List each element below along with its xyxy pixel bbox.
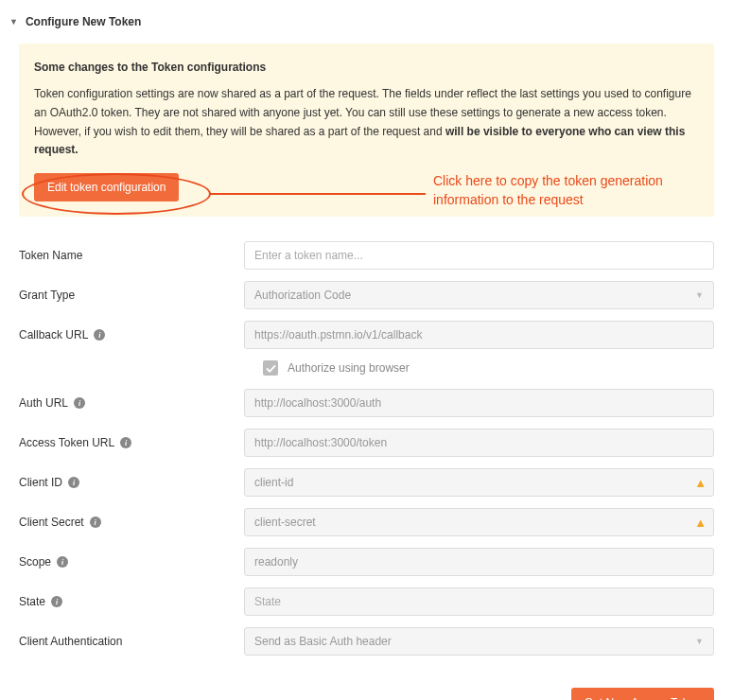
token-name-label: Token Name — [19, 249, 244, 262]
notice-body: Token configuration settings are now sha… — [34, 85, 699, 160]
annotation-text: Click here to copy the token generation … — [433, 172, 717, 209]
token-name-input[interactable] — [244, 241, 714, 270]
grant-type-label: Grant Type — [19, 289, 244, 302]
info-icon[interactable]: i — [94, 329, 105, 341]
get-new-access-token-button[interactable]: Get New Access Token — [571, 688, 714, 700]
annotation-line — [210, 193, 426, 195]
auth-url-label: Auth URL i — [19, 396, 244, 410]
footer-button-row: Get New Access Token — [0, 671, 733, 700]
access-token-url-label: Access Token URL i — [19, 436, 244, 449]
warning-icon: ▲ — [694, 476, 707, 490]
authorize-browser-row: Authorize using browser — [263, 360, 714, 376]
grant-type-value: Authorization Code — [254, 289, 351, 302]
client-id-input — [244, 468, 714, 497]
field-row-auth-url: Auth URL i — [19, 389, 714, 417]
info-icon[interactable]: i — [120, 437, 131, 448]
authorize-browser-label: Authorize using browser — [288, 361, 410, 375]
callback-url-label: Callback URL i — [19, 328, 244, 341]
collapse-triangle-icon: ▼ — [9, 17, 18, 26]
info-icon[interactable]: i — [74, 397, 85, 409]
state-input — [244, 587, 714, 616]
form-area: Token Name Grant Type Authorization Code… — [0, 226, 733, 671]
field-row-client-id: Client ID i ▲ — [19, 468, 714, 497]
field-row-client-secret: Client Secret i ▲ — [19, 508, 714, 536]
scope-input — [244, 548, 714, 576]
client-secret-input — [244, 508, 714, 536]
client-auth-select[interactable]: Send as Basic Auth header ▼ — [244, 627, 714, 656]
field-row-access-token-url: Access Token URL i — [19, 429, 714, 457]
chevron-down-icon: ▼ — [695, 290, 704, 300]
field-row-callback-url: Callback URL i — [19, 321, 714, 349]
field-row-token-name: Token Name — [19, 241, 714, 270]
check-icon — [266, 363, 276, 374]
info-icon[interactable]: i — [68, 477, 79, 488]
authorize-browser-checkbox[interactable] — [263, 360, 278, 376]
field-row-scope: Scope i — [19, 548, 714, 576]
field-row-grant-type: Grant Type Authorization Code ▼ — [19, 281, 714, 309]
section-header[interactable]: ▼ Configure New Token — [0, 9, 733, 34]
edit-token-config-button[interactable]: Edit token configuration — [34, 173, 179, 201]
section-title: Configure New Token — [26, 15, 141, 28]
info-icon[interactable]: i — [57, 556, 68, 568]
notice-box: Some changes to the Token configurations… — [19, 44, 714, 217]
chevron-down-icon: ▼ — [695, 637, 704, 646]
client-auth-label: Client Authentication — [19, 635, 244, 648]
field-row-state: State i — [19, 587, 714, 616]
auth-url-input — [244, 389, 714, 417]
warning-icon: ▲ — [694, 516, 707, 530]
grant-type-select[interactable]: Authorization Code ▼ — [244, 281, 714, 309]
client-secret-label: Client Secret i — [19, 516, 244, 529]
access-token-url-input — [244, 429, 714, 457]
scope-label: Scope i — [19, 555, 244, 569]
client-id-label: Client ID i — [19, 476, 244, 489]
field-row-client-auth: Client Authentication Send as Basic Auth… — [19, 627, 714, 656]
info-icon[interactable]: i — [90, 516, 101, 528]
info-icon[interactable]: i — [51, 596, 62, 607]
notice-title: Some changes to the Token configurations — [34, 61, 699, 74]
callback-url-input — [244, 321, 714, 349]
state-label: State i — [19, 595, 244, 608]
client-auth-value: Send as Basic Auth header — [254, 635, 392, 648]
